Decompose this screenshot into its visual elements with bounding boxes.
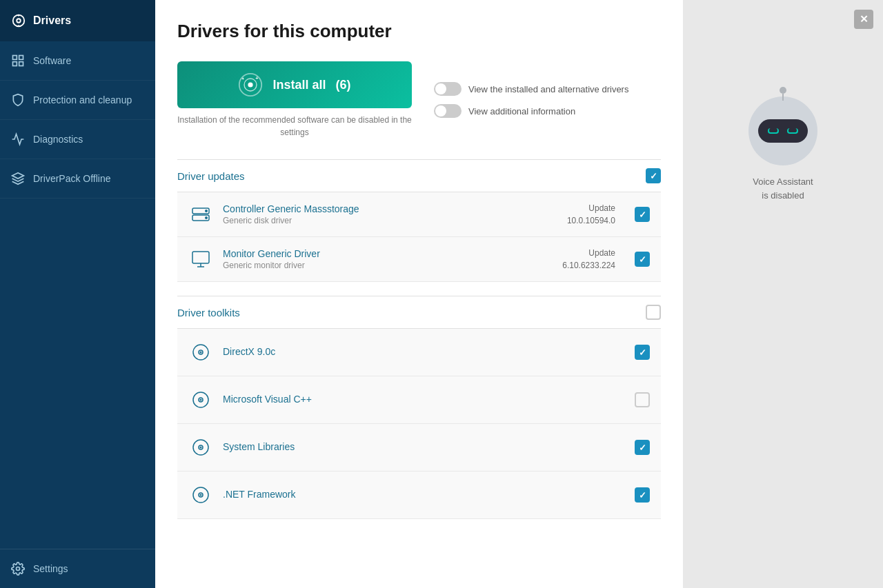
driver-updates-checkbox[interactable] — [646, 168, 661, 183]
toolkit-name-dotnet: .NET Framework — [223, 489, 625, 500]
toolkit-row-vcpp: Microsoft Visual C++ — [177, 376, 661, 424]
toolkit-info-dotnet: .NET Framework — [223, 489, 625, 501]
svg-text:✦: ✦ — [242, 77, 246, 81]
close-button[interactable]: ✕ — [854, 10, 873, 29]
toolkit-row-directx: DirectX 9.0c — [177, 329, 661, 376]
toolkit-row-syslibs: System Libraries — [177, 424, 661, 472]
toolkit-name-directx: DirectX 9.0c — [223, 346, 625, 357]
robot-antenna — [780, 87, 786, 94]
shield-icon — [11, 93, 25, 107]
sidebar-item-diagnostics-label: Diagnostics — [33, 134, 83, 145]
svg-point-1 — [13, 15, 25, 27]
driver-row-controller: Controller Generic Massstorage Generic d… — [177, 192, 661, 237]
toolkit-checkbox-directx[interactable] — [635, 345, 650, 360]
svg-point-30 — [200, 447, 202, 449]
install-section: + ✦ Install all (6) Installation of the … — [177, 61, 661, 139]
sidebar-settings-label: Settings — [33, 563, 68, 574]
svg-point-0 — [17, 19, 21, 23]
right-panel: ✕ Voice Assistant is disabled — [683, 0, 883, 588]
cd-icon-directx — [188, 340, 213, 365]
toolkit-name-syslibs: System Libraries — [223, 441, 625, 452]
install-icon: + ✦ — [238, 72, 263, 97]
voice-assistant-label: Voice Assistant is disabled — [753, 175, 813, 202]
sidebar-item-protection[interactable]: Protection and cleanup — [0, 81, 155, 120]
svg-rect-6 — [19, 62, 23, 66]
main-content: Drivers for this computer + ✦ Install al… — [155, 0, 683, 588]
svg-point-18 — [205, 216, 208, 219]
driver-icon — [11, 13, 26, 28]
toolkit-info-syslibs: System Libraries — [223, 441, 625, 454]
sidebar-header: Drivers — [0, 0, 155, 41]
sidebar-item-offline[interactable]: DriverPack Offline — [0, 159, 155, 199]
driver-version-controller: Update 10.0.10594.0 — [567, 202, 615, 227]
cd-icon-syslibs — [188, 435, 213, 460]
install-all-label: Install all — [272, 78, 326, 92]
toggle-row-additional: View additional information — [434, 104, 628, 118]
sidebar-item-protection-label: Protection and cleanup — [33, 94, 132, 105]
toggle-installed[interactable] — [434, 82, 462, 96]
install-all-button[interactable]: + ✦ Install all (6) — [177, 61, 412, 108]
robot-eye-left — [768, 128, 779, 134]
layers-icon — [11, 172, 25, 185]
driver-name-controller: Controller Generic Massstorage — [223, 203, 557, 214]
svg-text:+: + — [256, 75, 259, 81]
sidebar-title: Drivers — [33, 14, 71, 27]
driver-updates-title: Driver updates — [177, 170, 245, 182]
toolkit-checkbox-dotnet[interactable] — [635, 487, 650, 503]
cd-icon-vcpp — [188, 387, 213, 412]
robot-head — [748, 97, 817, 165]
driver-info-controller: Controller Generic Massstorage Generic d… — [223, 203, 557, 225]
install-note: Installation of the recommended software… — [177, 114, 412, 139]
toolkit-info-directx: DirectX 9.0c — [223, 346, 625, 358]
toolkit-name-vcpp: Microsoft Visual C++ — [223, 394, 625, 405]
toggle-additional[interactable] — [434, 104, 462, 118]
svg-point-27 — [200, 399, 202, 401]
svg-point-17 — [205, 210, 208, 212]
sidebar-item-software-label: Software — [33, 55, 71, 66]
driver-name-monitor: Monitor Generic Driver — [223, 248, 553, 259]
svg-point-9 — [17, 567, 20, 571]
sidebar-settings[interactable]: Settings — [0, 549, 155, 588]
storage-icon — [188, 202, 213, 227]
pulse-icon — [11, 132, 25, 146]
driver-toolkits-checkbox[interactable] — [646, 305, 661, 320]
toggle-installed-label: View the installed and alternative drive… — [468, 84, 628, 94]
install-btn-wrapper: + ✦ Install all (6) Installation of the … — [177, 61, 412, 139]
settings-icon — [11, 562, 25, 576]
driver-checkbox-controller[interactable] — [635, 207, 650, 222]
sidebar: Drivers Software Protection and cleanup … — [0, 0, 155, 588]
toggle-additional-label: View additional information — [468, 106, 575, 116]
toolkit-checkbox-syslibs[interactable] — [635, 440, 650, 455]
driver-desc-monitor: Generic monitor driver — [223, 261, 553, 270]
driver-toolkits-section-header: Driver toolkits — [177, 296, 661, 329]
main-wrapper: Drivers for this computer + ✦ Install al… — [155, 0, 883, 588]
cd-icon-dotnet — [188, 483, 213, 507]
svg-point-24 — [200, 352, 202, 354]
monitor-icon — [188, 247, 213, 272]
svg-rect-19 — [192, 252, 209, 263]
robot-face — [758, 119, 808, 143]
page-title: Drivers for this computer — [177, 21, 661, 42]
svg-rect-7 — [13, 62, 17, 66]
driver-checkbox-monitor[interactable] — [635, 252, 650, 267]
driver-version-monitor: Update 6.10.6233.224 — [562, 247, 615, 272]
svg-point-12 — [248, 82, 253, 87]
robot-container: Voice Assistant is disabled — [748, 97, 817, 202]
install-count: (6) — [336, 78, 351, 92]
toggles-column: View the installed and alternative drive… — [434, 82, 628, 118]
toolkit-checkbox-vcpp[interactable] — [635, 392, 650, 407]
driver-info-monitor: Monitor Generic Driver Generic monitor d… — [223, 248, 553, 270]
svg-point-33 — [200, 494, 202, 496]
grid-icon — [11, 54, 25, 68]
driver-desc-controller: Generic disk driver — [223, 216, 557, 225]
driver-toolkits-title: Driver toolkits — [177, 307, 240, 318]
sidebar-item-diagnostics[interactable]: Diagnostics — [0, 120, 155, 159]
driver-updates-section-header: Driver updates — [177, 159, 661, 192]
driver-row-monitor: Monitor Generic Driver Generic monitor d… — [177, 237, 661, 282]
toggle-row-installed: View the installed and alternative drive… — [434, 82, 628, 96]
sidebar-item-software[interactable]: Software — [0, 41, 155, 81]
svg-rect-5 — [19, 56, 23, 60]
toolkit-info-vcpp: Microsoft Visual C++ — [223, 394, 625, 406]
svg-rect-4 — [13, 56, 17, 60]
robot-eye-right — [787, 128, 798, 134]
